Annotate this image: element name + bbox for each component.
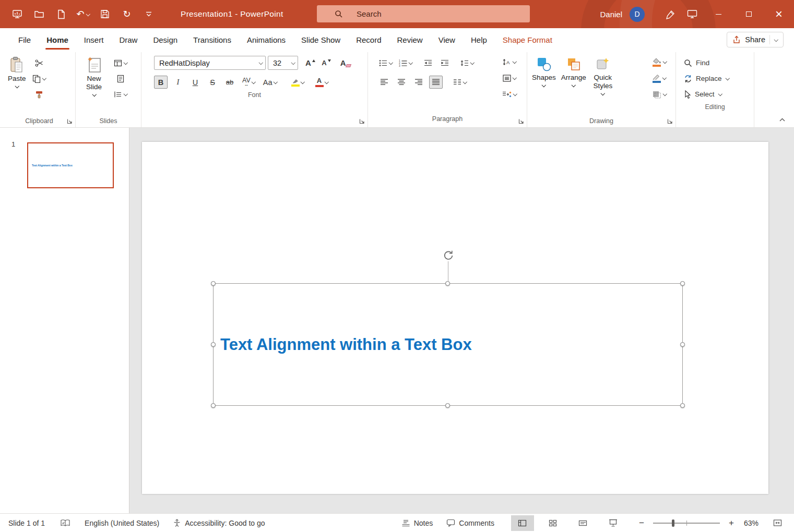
bullets-button[interactable] (377, 56, 394, 69)
notes-button[interactable]: Notes (398, 515, 436, 531)
new-slide-button[interactable]: New Slide (78, 53, 110, 113)
font-name-combobox[interactable]: RedHatDisplay (154, 56, 266, 70)
font-dialog-launcher[interactable] (359, 118, 365, 124)
ribbon-display-options-button[interactable] (681, 0, 703, 28)
redo-button[interactable]: ↻ (116, 0, 138, 28)
resize-handle-bottom-middle[interactable] (445, 403, 450, 408)
character-spacing-button[interactable]: AV↔ (240, 76, 257, 89)
align-right-button[interactable] (412, 76, 425, 89)
text-shadow-button[interactable]: S (206, 76, 219, 89)
tab-transitions[interactable]: Transitions (185, 28, 239, 51)
strikethrough-button[interactable]: ab (223, 76, 236, 89)
undo-button[interactable]: ↶ (72, 0, 94, 28)
justify-button[interactable] (429, 76, 443, 89)
change-case-button[interactable]: Aa (261, 76, 279, 89)
decrease-font-size-button[interactable]: A (319, 56, 333, 69)
reading-view-button[interactable] (572, 515, 595, 531)
resize-handle-middle-left[interactable] (211, 342, 216, 347)
section-button[interactable] (112, 88, 129, 101)
numbering-button[interactable]: 123 (397, 56, 414, 69)
inking-button[interactable] (659, 0, 681, 28)
tab-shape-format[interactable]: Shape Format (495, 28, 560, 51)
resize-handle-bottom-right[interactable] (680, 403, 685, 408)
close-button[interactable]: × (764, 0, 794, 28)
paste-button[interactable]: Paste (5, 53, 29, 113)
new-file-button[interactable] (50, 0, 72, 28)
tab-file[interactable]: File (10, 28, 39, 51)
quick-styles-button[interactable]: Quick Styles (589, 53, 617, 113)
resize-handle-bottom-left[interactable] (211, 403, 216, 408)
increase-font-size-button[interactable]: A (303, 56, 317, 69)
shape-effects-button[interactable] (650, 88, 668, 101)
italic-button[interactable]: I (171, 76, 185, 89)
tab-help[interactable]: Help (463, 28, 495, 51)
shapes-button[interactable]: Shapes (529, 53, 559, 113)
app-icon-button[interactable] (6, 0, 28, 28)
paragraph-dialog-launcher[interactable] (518, 118, 524, 124)
tab-slide-show[interactable]: Slide Show (293, 28, 348, 51)
tab-design[interactable]: Design (145, 28, 185, 51)
cut-button[interactable] (31, 56, 48, 69)
drawing-dialog-launcher[interactable] (667, 118, 673, 124)
slide-layout-button[interactable] (112, 56, 129, 69)
slide-sorter-view-button[interactable] (541, 515, 564, 531)
resize-handle-top-left[interactable] (211, 281, 216, 286)
bold-button[interactable]: B (154, 76, 168, 89)
text-highlight-button[interactable] (289, 76, 306, 89)
tab-insert[interactable]: Insert (76, 28, 112, 51)
shape-outline-button[interactable] (650, 71, 668, 84)
line-spacing-button[interactable] (459, 56, 476, 69)
avatar[interactable]: D (630, 7, 645, 22)
font-color-button[interactable]: A (313, 76, 330, 89)
tab-review[interactable]: Review (389, 28, 431, 51)
tab-animations[interactable]: Animations (239, 28, 293, 51)
font-size-combobox[interactable]: 32 (268, 56, 298, 70)
resize-handle-middle-right[interactable] (680, 342, 685, 347)
arrange-button[interactable]: Arrange (559, 53, 589, 113)
language-button[interactable]: English (United States) (81, 515, 162, 531)
text-direction-button[interactable]: A (501, 55, 518, 68)
share-button[interactable]: Share (727, 32, 784, 47)
tab-draw[interactable]: Draw (111, 28, 145, 51)
resize-handle-top-right[interactable] (680, 281, 685, 286)
collapse-ribbon-button[interactable] (779, 117, 786, 122)
slide-show-button[interactable] (602, 515, 625, 531)
underline-button[interactable]: U (188, 76, 202, 89)
fit-slide-to-window-button[interactable] (766, 515, 789, 531)
reset-slide-button[interactable] (112, 72, 129, 85)
save-button[interactable] (94, 0, 116, 28)
shape-fill-button[interactable] (650, 55, 668, 68)
slide[interactable]: Text Alignment within a Text Box (142, 142, 768, 494)
maximize-button[interactable] (733, 0, 764, 28)
tab-record[interactable]: Record (348, 28, 389, 51)
format-painter-button[interactable] (31, 88, 48, 101)
search-box[interactable]: Search (317, 5, 530, 22)
comments-button[interactable]: Comments (443, 515, 497, 531)
selected-textbox[interactable]: Text Alignment within a Text Box (213, 283, 683, 406)
resize-handle-top-middle[interactable] (445, 281, 450, 286)
clipboard-dialog-launcher[interactable] (67, 118, 73, 124)
customize-qat-button[interactable] (138, 0, 160, 28)
align-center-button[interactable] (395, 76, 408, 89)
columns-button[interactable] (452, 76, 468, 89)
clear-formatting-button[interactable]: A (338, 56, 353, 69)
minimize-button[interactable] (703, 0, 733, 28)
align-text-button[interactable] (501, 71, 518, 84)
zoom-in-button[interactable]: + (725, 515, 738, 531)
select-button[interactable]: Select (682, 88, 752, 101)
spell-check-button[interactable] (57, 515, 73, 531)
tab-home[interactable]: Home (39, 28, 76, 51)
zoom-level-button[interactable]: 63% (741, 515, 762, 531)
accessibility-checker-button[interactable]: Accessibility: Good to go (170, 515, 268, 531)
normal-view-button[interactable] (511, 515, 534, 531)
replace-button[interactable]: Replace (682, 72, 752, 85)
decrease-indent-button[interactable] (421, 56, 435, 69)
find-button[interactable]: Find (682, 56, 752, 69)
increase-indent-button[interactable] (438, 56, 452, 69)
convert-to-smartart-button[interactable] (501, 88, 518, 101)
rotate-handle[interactable] (442, 249, 454, 261)
tab-view[interactable]: View (431, 28, 463, 51)
zoom-slider[interactable] (653, 523, 720, 524)
zoom-slider-thumb[interactable] (672, 519, 674, 527)
zoom-out-button[interactable]: − (635, 515, 648, 531)
